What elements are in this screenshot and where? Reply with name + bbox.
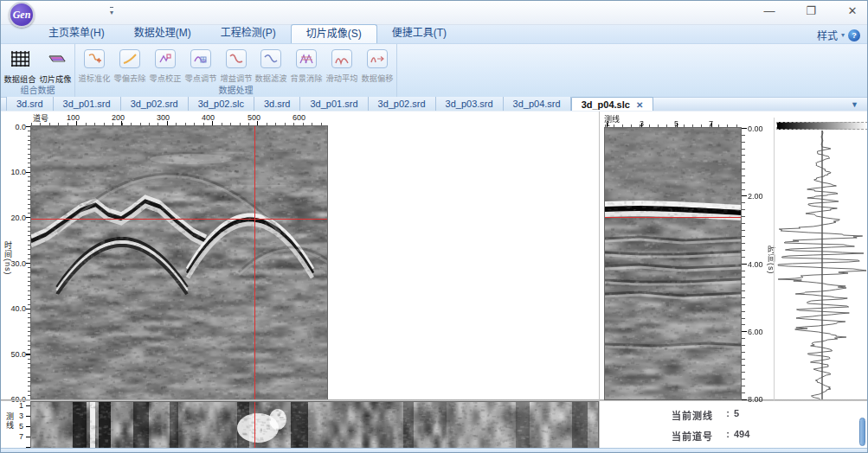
trace-normalize-icon (84, 49, 105, 68)
doc-tab[interactable]: 3d_p02.srd (121, 97, 189, 111)
slice-imaging-button[interactable]: 切片成像 (38, 47, 74, 85)
menu-tab-tools[interactable]: 便捷工具(T) (377, 24, 461, 43)
data-filter-button[interactable]: 数据滤波 (254, 47, 289, 85)
line-y-tick: 6.00 (748, 328, 763, 336)
slice-y-tick: 7 (11, 432, 23, 441)
main-y-tick: 20.0 (3, 214, 26, 222)
quick-access-arrow-icon[interactable]: ▾ (110, 7, 113, 16)
doc-tab[interactable]: 3d.srd (254, 97, 301, 111)
doc-tab[interactable]: 3d_p01.srd (300, 97, 368, 111)
doc-tab[interactable]: 3d.srd (6, 97, 54, 111)
document-tab-bar: 3d.srd 3d_p01.srd 3d_p02.srd 3d_p02.slc … (1, 98, 867, 112)
line-y-tick: 0.00 (748, 124, 763, 133)
workspace: 道号 100 200 300 400 500 600 0.0 10.0 20.0… (1, 112, 867, 448)
zero-offset-remove-button[interactable]: 零偏去除 (113, 47, 148, 85)
slice-3d-box-icon (44, 48, 67, 69)
vertical-splitter[interactable] (599, 112, 600, 448)
zero-point-adjust-icon (190, 49, 211, 68)
menu-tab-data-processing[interactable]: 数据处理(M) (119, 24, 206, 43)
group-label-processing: 数据处理 (75, 83, 396, 96)
moving-average-icon (331, 49, 352, 68)
line-radargram-canvas[interactable] (605, 128, 741, 399)
ribbon-tab-bar: 主页菜单(H) 数据处理(M) 工程检测(P) 切片成像(S) 便捷工具(T) … (1, 25, 867, 44)
data-shift-icon (367, 49, 388, 68)
info-row-current-line: 当前测线 : 5 (672, 408, 749, 422)
menu-tab-home[interactable]: 主页菜单(H) (34, 24, 119, 43)
current-line-value: 5 (734, 408, 739, 422)
maximize-button[interactable]: ❐ (801, 4, 820, 17)
grid-icon (9, 48, 31, 69)
menu-tab-slice-imaging[interactable]: 切片成像(S) (291, 24, 377, 43)
line-y-tick: 2.00 (748, 192, 763, 201)
trace-waveform-canvas[interactable] (776, 131, 868, 399)
slice-y-tick: 1 (11, 401, 23, 410)
doc-tab-active[interactable]: 3d_p04.slc✕ (571, 97, 654, 111)
doc-tab[interactable]: 3d_p02.srd (369, 97, 436, 111)
tab-overflow-arrow-icon[interactable]: ▼ (851, 100, 858, 109)
minimize-button[interactable]: — (760, 4, 779, 17)
grayscale-colorbar (776, 122, 868, 130)
close-button[interactable]: ✕ (843, 4, 862, 17)
info-row-current-trace: 当前道号 : 494 (672, 429, 749, 443)
ribbon-group-combine: 数据组合 切片成像 组合数据 (1, 44, 75, 97)
background-remove-icon (296, 49, 317, 68)
data-shift-button[interactable]: 数据偏移 (359, 47, 395, 85)
zero-point-correct-button[interactable]: 零点校正 (148, 47, 183, 85)
main-y-tick: 10.0 (3, 168, 26, 176)
ribbon-group-processing: 道标准化 零偏去除 (75, 44, 397, 97)
main-y-tick: 0.0 (3, 123, 26, 131)
gain-adjust-icon (226, 49, 247, 68)
data-filter-icon (260, 49, 281, 68)
wave-panel-divider (774, 118, 775, 400)
status-info-panel: 当前测线 : 5 当前道号 : 494 采样点数 : 160 (672, 408, 749, 453)
zero-offset-remove-icon (119, 49, 140, 68)
line-y-tick: 8.00 (748, 395, 763, 404)
ribbon-toolbar: 数据组合 切片成像 组合数据 (1, 44, 867, 98)
background-remove-button[interactable]: 背景消除 (289, 47, 325, 85)
gain-adjust-button[interactable]: 增益调节 (218, 47, 254, 85)
doc-tab[interactable]: 3d_p02.slc (189, 97, 254, 111)
tab-close-icon[interactable]: ✕ (636, 100, 643, 110)
main-radargram-canvas[interactable] (31, 126, 327, 399)
menu-tab-engineering-detect[interactable]: 工程检测(P) (206, 24, 291, 43)
main-y-tick: 40.0 (3, 304, 26, 313)
moving-average-button[interactable]: 滑动平均 (324, 47, 359, 85)
doc-tab[interactable]: 3d_p01.srd (54, 97, 121, 111)
app-logo-icon[interactable]: Gen (9, 2, 35, 28)
style-menu-button[interactable]: 样式 (817, 28, 838, 42)
help-icon[interactable]: ? (848, 29, 860, 41)
main-y-tick: 50.0 (3, 350, 26, 359)
zero-point-correct-icon (155, 49, 176, 68)
slice-map-canvas[interactable] (31, 402, 598, 448)
slice-y-tick: 3 (11, 412, 23, 420)
line-y-tick: 4.00 (748, 260, 763, 269)
doc-tab[interactable]: 3d_p04.srd (504, 97, 571, 111)
title-bar: Gen ▾ — ❐ ✕ (1, 1, 867, 25)
data-combine-button[interactable]: 数据组合 (3, 47, 38, 85)
horizontal-splitter[interactable] (1, 399, 867, 401)
zero-point-adjust-button[interactable]: 零点调节 (183, 47, 218, 85)
trace-normalize-button[interactable]: 道标准化 (77, 47, 113, 85)
slice-y-tick: 5 (11, 422, 23, 431)
current-trace-value: 494 (734, 429, 749, 443)
vertical-scrollbar-thumb[interactable] (859, 418, 865, 446)
application-window: Gen ▾ — ❐ ✕ 主页菜单(H) 数据处理(M) 工程检测(P) 切片成像… (0, 0, 868, 453)
main-y-axis-title: 时间(ns) (3, 241, 14, 276)
group-label-combine: 组合数据 (1, 83, 74, 96)
doc-tab[interactable]: 3d_p03.srd (436, 97, 504, 111)
style-dropdown-arrow-icon[interactable]: ▾ (841, 31, 845, 39)
status-bar (1, 448, 867, 453)
